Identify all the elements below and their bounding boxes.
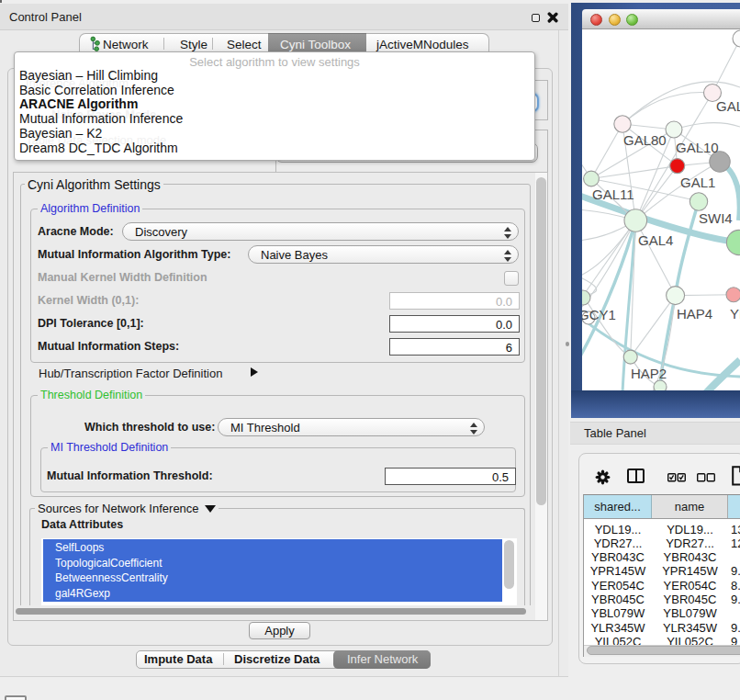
svg-text:GAL10: GAL10: [676, 140, 719, 155]
svg-text:GAL1: GAL1: [680, 175, 715, 190]
svg-text:GAL11: GAL11: [592, 186, 634, 202]
svg-text:GCY1: GCY1: [582, 307, 616, 322]
svg-text:HAP4: HAP4: [677, 306, 712, 322]
svg-text:HAP2: HAP2: [631, 366, 667, 381]
svg-text:GAL80: GAL80: [623, 132, 667, 148]
svg-text:GAL2: GAL2: [716, 98, 740, 114]
svg-text:GAL4: GAL4: [638, 232, 673, 248]
svg-text:YEL: YEL: [730, 306, 740, 322]
svg-text:SWI4: SWI4: [699, 210, 733, 226]
